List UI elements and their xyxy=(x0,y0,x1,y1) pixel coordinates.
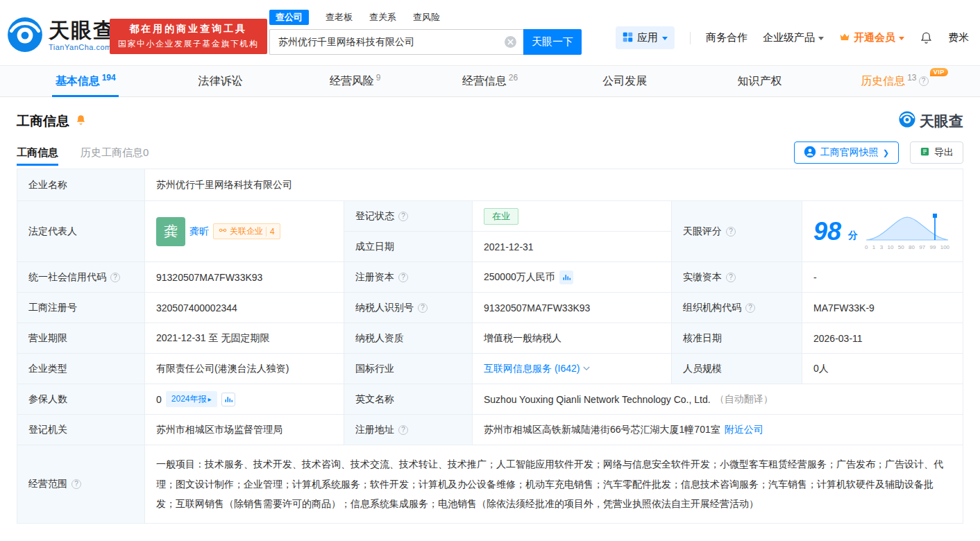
chevron-down-icon xyxy=(899,37,904,40)
field-value-org-code: MA7FW33K-9 xyxy=(802,293,963,323)
tab-operation-risk[interactable]: 经营风险 9 xyxy=(288,66,423,96)
table-row: 法定代表人 龚 龚昕 关联企业 4 登记状态 ? 在业 成立日期 xyxy=(17,201,963,262)
field-label-reg-capital: 注册资本 ? xyxy=(344,262,473,293)
company-tab-bar: 基本信息 194 法律诉讼 经营风险 9 经营信息 26 公司发展 知识产权 V… xyxy=(0,65,980,97)
apps-menu[interactable]: 应用 xyxy=(616,26,675,49)
help-icon[interactable]: ? xyxy=(398,273,408,282)
tab-history-info[interactable]: VIP 历史信息 13 ? xyxy=(827,66,962,96)
chevron-down-icon xyxy=(662,37,668,40)
notification-bell-icon[interactable] xyxy=(920,31,933,44)
search-tab-relation[interactable]: 查关系 xyxy=(369,11,396,24)
table-row: 企业类型 有限责任公司(港澳台法人独资) 国标行业 互联网信息服务 (I642)… xyxy=(17,354,963,384)
nav-link-business[interactable]: 商务合作 xyxy=(706,31,747,44)
vip-label: 开通会员 xyxy=(854,31,895,44)
chevron-down-icon xyxy=(818,37,824,40)
apps-grid-icon xyxy=(623,32,633,44)
credit-code-label-text: 统一社会信用代码 xyxy=(28,271,106,284)
status-badge: 在业 xyxy=(484,208,518,225)
field-label-reg-number: 工商注册号 xyxy=(17,293,145,323)
capital-chart-icon[interactable] xyxy=(559,270,573,284)
field-label-legal-rep: 法定代表人 xyxy=(17,201,145,262)
search-tab-boss[interactable]: 查老板 xyxy=(326,11,353,24)
tianyancha-logo-icon xyxy=(7,17,43,55)
section-title: 工商信息 xyxy=(17,112,87,130)
search-box: 天眼一下 xyxy=(269,29,582,55)
vip-menu[interactable]: 开通会员 xyxy=(839,31,904,44)
subtab-row: 工商信息 历史工商信息0 工商官网快照 ❯ 导出 xyxy=(17,137,963,169)
score-label-text: 天眼评分 xyxy=(683,225,722,238)
watermark-logo: 天眼查 xyxy=(899,111,963,131)
reg-status-label-text: 登记状态 xyxy=(355,210,394,223)
industry-select[interactable]: 互联网信息服务 (I642) xyxy=(484,363,590,375)
scope-label-text: 经营范围 xyxy=(28,478,67,490)
brand-domain: TianYanCha.com xyxy=(49,43,115,51)
field-value-company-type: 有限责任公司(港澳台法人独资) xyxy=(145,354,344,384)
related-company-badge[interactable]: 关联企业 4 xyxy=(213,223,280,239)
brand-logo[interactable]: 天眼查 TianYanCha.com xyxy=(7,17,115,55)
field-label-term: 营业期限 xyxy=(17,323,145,354)
promo-line2: 国家中小企业发展子基金旗下机构 xyxy=(118,38,259,50)
field-label-taxpayer-quality: 纳税人资质 xyxy=(344,323,473,354)
table-row: 企业名称 苏州优行千里网络科技有限公司 xyxy=(17,169,963,201)
username[interactable]: 费米 xyxy=(948,31,969,44)
field-label-english-name: 英文名称 xyxy=(344,384,473,415)
subtab-business-info[interactable]: 工商信息 xyxy=(17,137,58,169)
tianyancha-logo-icon xyxy=(899,111,915,131)
tab-count: 13 xyxy=(907,73,916,83)
compare-chart-icon[interactable] xyxy=(221,393,235,406)
field-label-score: 天眼评分 ? xyxy=(672,201,802,262)
field-value-credit-code: 91320507MA7FW33K93 xyxy=(145,262,344,293)
help-icon[interactable]: ? xyxy=(919,76,929,86)
help-icon[interactable]: ? xyxy=(398,425,408,435)
help-icon[interactable]: ? xyxy=(745,303,755,313)
help-icon[interactable]: ? xyxy=(726,227,736,237)
search-tab-risk[interactable]: 查风险 xyxy=(413,11,440,24)
link-nodes-icon xyxy=(219,226,227,237)
subtab-history-business-info[interactable]: 历史工商信息0 xyxy=(81,137,149,169)
field-value-company-name: 苏州优行千里网络科技有限公司 xyxy=(145,169,963,201)
search-button[interactable]: 天眼一下 xyxy=(523,29,582,55)
field-value-established: 2021-12-31 xyxy=(473,232,672,262)
table-row: 工商注册号 320507400002344 纳税人识别号 ? 91320507M… xyxy=(17,293,963,323)
legal-rep-avatar[interactable]: 龚 xyxy=(156,217,185,246)
help-icon[interactable]: ? xyxy=(71,479,81,489)
score-chart: 0131050809799100 xyxy=(865,212,949,250)
help-icon[interactable]: ? xyxy=(110,273,120,282)
brand-name: 天眼查 xyxy=(49,20,115,41)
table-row: 登记机关 苏州市相城区市场监督管理局 注册地址 ? 苏州市相城区高铁新城陆港街6… xyxy=(17,415,963,445)
promo-badge: 都在用的商业查询工具 国家中小企业发展子基金旗下机构 xyxy=(110,19,267,54)
tab-intellectual-property[interactable]: 知识产权 xyxy=(692,66,827,96)
snapshot-label: 工商官网快照 xyxy=(820,146,879,159)
search-tab-company[interactable]: 查公司 xyxy=(269,10,309,25)
field-value-registry: 苏州市相城区市场监督管理局 xyxy=(145,415,344,445)
tab-legal-cases[interactable]: 法律诉讼 xyxy=(153,66,287,96)
section-title-text: 工商信息 xyxy=(17,112,69,130)
field-label-established: 成立日期 xyxy=(344,232,473,262)
help-icon[interactable]: ? xyxy=(398,212,408,221)
table-row: 参保人数 0 2024年报 ▸ 英文名称 Suzhou Youxing Qian… xyxy=(17,384,963,415)
field-value-approve-date: 2026-03-11 xyxy=(802,323,963,354)
search-input[interactable] xyxy=(269,29,523,55)
legal-rep-link[interactable]: 龚昕 xyxy=(189,225,209,238)
nav-link-enterprise[interactable]: 企业级产品 xyxy=(763,31,824,44)
tab-label: 经营风险 xyxy=(330,74,374,89)
reg-capital-label-text: 注册资本 xyxy=(355,271,394,284)
field-label-org-code: 组织机构代码 ? xyxy=(672,293,802,323)
official-snapshot-button[interactable]: 工商官网快照 ❯ xyxy=(794,141,899,164)
field-value-english-name: Suzhou Youxing Qianli Network Technology… xyxy=(473,384,963,415)
tab-operation-info[interactable]: 经营信息 26 xyxy=(423,66,557,96)
section-bell-icon[interactable] xyxy=(75,114,87,129)
field-label-address: 注册地址 ? xyxy=(344,415,473,445)
help-icon[interactable]: ? xyxy=(726,273,736,282)
business-scope-text: 一般项目：技术服务、技术开发、技术咨询、技术交流、技术转让、技术推广；人工智能应… xyxy=(145,445,963,524)
help-icon[interactable]: ? xyxy=(418,303,428,313)
clear-icon[interactable] xyxy=(505,36,516,48)
nearby-company-link[interactable]: 附近公司 xyxy=(725,424,763,436)
export-button[interactable]: 导出 xyxy=(910,141,963,164)
annual-report-badge[interactable]: 2024年报 ▸ xyxy=(166,391,217,407)
tab-company-development[interactable]: 公司发展 xyxy=(557,66,692,96)
tab-basic-info[interactable]: 基本信息 194 xyxy=(18,66,153,96)
tab-count: 9 xyxy=(376,73,381,83)
field-value-insured: 0 2024年报 ▸ xyxy=(145,384,344,415)
export-label: 导出 xyxy=(934,146,954,159)
